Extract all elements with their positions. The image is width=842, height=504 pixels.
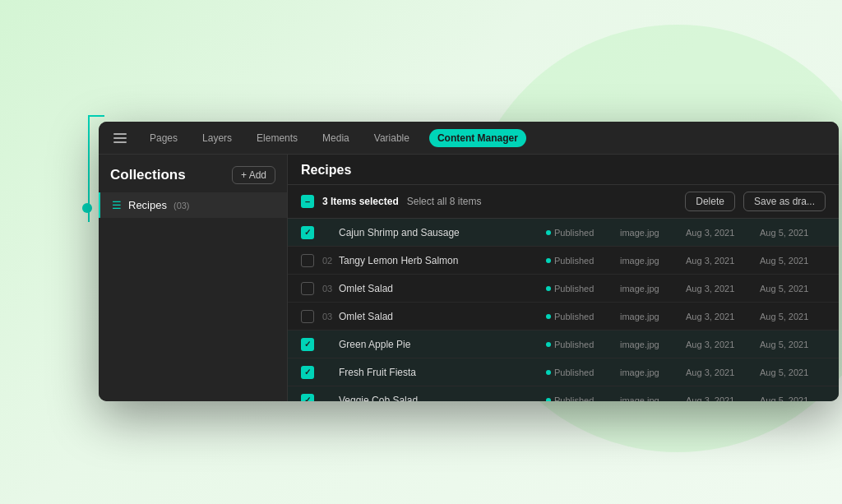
status-dot-icon: [546, 398, 551, 402]
row-name: Omlet Salad: [339, 311, 546, 322]
status-dot-icon: [546, 230, 551, 235]
row-file: image.jpg: [620, 228, 686, 238]
tab-layers[interactable]: Layers: [197, 129, 237, 147]
table-row[interactable]: Veggie Cob SaladPublishedimage.jpgAug 3,…: [288, 386, 839, 401]
row-name: Green Apple Pie: [339, 339, 546, 350]
status-text: Published: [554, 312, 594, 321]
table-row[interactable]: 02Tangy Lemon Herb SalmonPublishedimage.…: [288, 247, 839, 275]
row-name: Cajun Shrimp and Sausage: [339, 227, 546, 238]
save-as-draft-button[interactable]: Save as dra...: [743, 192, 826, 211]
table-row[interactable]: 03Omlet SaladPublishedimage.jpgAug 3, 20…: [288, 303, 839, 331]
row-name: Omlet Salad: [339, 283, 546, 294]
tab-elements[interactable]: Elements: [252, 129, 303, 147]
status-badge: Published: [546, 368, 620, 377]
row-name: Fresh Fruit Fiesta: [339, 367, 546, 378]
row-date-updated: Aug 5, 2021: [760, 228, 826, 238]
content-header: Recipes: [288, 155, 839, 185]
row-date-updated: Aug 5, 2021: [760, 256, 826, 266]
tab-content-manager[interactable]: Content Manager: [429, 129, 526, 147]
status-badge: Published: [546, 312, 620, 321]
table-row[interactable]: Cajun Shrimp and SausagePublishedimage.j…: [288, 219, 839, 247]
status-text: Published: [554, 395, 594, 402]
row-file: image.jpg: [620, 395, 686, 402]
tab-pages[interactable]: Pages: [145, 129, 183, 147]
row-name: Tangy Lemon Herb Salmon: [339, 255, 546, 266]
row-checkbox[interactable]: [301, 282, 314, 295]
status-text: Published: [554, 228, 594, 238]
tab-variable[interactable]: Variable: [369, 129, 414, 147]
selection-bar: 3 Items selected Select all 8 items Dele…: [288, 185, 839, 219]
row-checkbox[interactable]: [301, 394, 314, 402]
row-file: image.jpg: [620, 340, 686, 349]
status-dot-icon: [546, 370, 551, 375]
row-checkbox[interactable]: [301, 226, 314, 239]
hamburger-menu[interactable]: [110, 130, 130, 146]
row-date-created: Aug 3, 2021: [686, 312, 760, 321]
row-name: Veggie Cob Salad: [339, 395, 546, 402]
row-file: image.jpg: [620, 284, 686, 294]
row-date-updated: Aug 5, 2021: [760, 395, 826, 402]
status-dot-icon: [546, 342, 551, 347]
row-file: image.jpg: [620, 368, 686, 377]
main-content: Collections + Add ☰ Recipes (03) Recipes…: [99, 155, 839, 401]
row-date-updated: Aug 5, 2021: [760, 312, 826, 321]
sidebar-item-recipes[interactable]: ☰ Recipes (03): [99, 192, 287, 218]
status-text: Published: [554, 368, 594, 377]
status-dot-icon: [546, 314, 551, 319]
row-number: 02: [322, 256, 339, 266]
table-row[interactable]: Green Apple PiePublishedimage.jpgAug 3, …: [288, 331, 839, 358]
status-text: Published: [554, 256, 594, 266]
row-checkbox[interactable]: [301, 310, 314, 323]
status-badge: Published: [546, 256, 620, 266]
row-checkbox[interactable]: [301, 254, 314, 267]
tab-media[interactable]: Media: [317, 129, 354, 147]
delete-button[interactable]: Delete: [685, 192, 735, 211]
add-collection-button[interactable]: + Add: [232, 166, 275, 184]
row-date-updated: Aug 5, 2021: [760, 284, 826, 294]
table-container: Cajun Shrimp and SausagePublishedimage.j…: [288, 219, 839, 401]
row-date-created: Aug 3, 2021: [686, 340, 760, 349]
row-date-updated: Aug 5, 2021: [760, 368, 826, 377]
row-date-created: Aug 3, 2021: [686, 395, 760, 402]
table-row[interactable]: 03Omlet SaladPublishedimage.jpgAug 3, 20…: [288, 275, 839, 303]
select-all-link[interactable]: Select all 8 items: [407, 196, 482, 207]
row-number: 03: [322, 284, 339, 294]
collections-title: Collections: [110, 167, 186, 183]
status-dot-icon: [546, 258, 551, 263]
row-date-created: Aug 3, 2021: [686, 256, 760, 266]
table-row[interactable]: Fresh Fruit FiestaPublishedimage.jpgAug …: [288, 358, 839, 386]
row-date-created: Aug 3, 2021: [686, 284, 760, 294]
status-badge: Published: [546, 340, 620, 349]
selection-count: 3 Items selected: [322, 196, 399, 207]
content-panel: Recipes 3 Items selected Select all 8 it…: [288, 155, 839, 401]
row-checkbox[interactable]: [301, 366, 314, 379]
status-badge: Published: [546, 228, 620, 238]
status-dot-icon: [546, 286, 551, 291]
status-text: Published: [554, 340, 594, 349]
status-text: Published: [554, 284, 594, 294]
teal-horizontal-line: [88, 115, 104, 117]
collection-count: (03): [173, 201, 190, 210]
row-date-created: Aug 3, 2021: [686, 368, 760, 377]
row-checkbox[interactable]: [301, 338, 314, 351]
row-file: image.jpg: [620, 256, 686, 266]
content-title: Recipes: [301, 163, 351, 178]
row-number: 03: [322, 312, 339, 321]
nav-bar: Pages Layers Elements Media Variable Con…: [99, 122, 839, 155]
collection-name: Recipes: [128, 199, 167, 211]
deselect-all-checkbox[interactable]: [301, 195, 314, 208]
sidebar: Collections + Add ☰ Recipes (03): [99, 155, 288, 401]
sidebar-header: Collections + Add: [99, 155, 287, 192]
row-date-created: Aug 3, 2021: [686, 228, 760, 238]
status-badge: Published: [546, 395, 620, 402]
row-file: image.jpg: [620, 312, 686, 321]
collection-icon: ☰: [112, 199, 122, 211]
app-window: Pages Layers Elements Media Variable Con…: [99, 122, 839, 401]
status-badge: Published: [546, 284, 620, 294]
teal-dot-indicator: [82, 203, 92, 213]
row-date-updated: Aug 5, 2021: [760, 340, 826, 349]
